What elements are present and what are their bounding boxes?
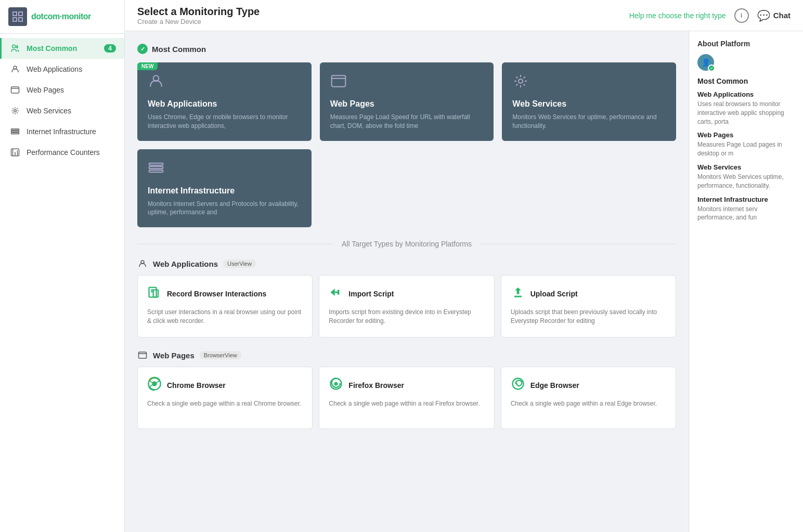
svg-rect-25 <box>331 75 345 86</box>
svg-rect-7 <box>11 87 19 93</box>
platform-web-pages-badge: BrowserView <box>200 351 241 359</box>
platform-web-applications-cards: Record Browser Interactions Script user … <box>137 275 676 338</box>
svg-rect-36 <box>149 166 163 168</box>
card-firefox-browser[interactable]: Firefox Browser Check a single web page … <box>319 367 494 429</box>
page-title: Select a Monitoring Type <box>137 6 260 18</box>
web-applications-card-desc: Uses Chrome, Edge or mobile browsers to … <box>148 113 301 131</box>
upload-script-header: Upload Script <box>511 285 666 303</box>
chat-icon: 💬 <box>757 9 770 22</box>
sidebar-item-web-applications[interactable]: Web Applications <box>0 59 124 80</box>
rp-internet-infrastructure-title: Internet Infrastructure <box>697 196 795 203</box>
most-common-section-header: ✓ Most Common <box>137 44 676 54</box>
platform-web-applications-icon <box>137 258 148 269</box>
import-script-header: Import Script <box>329 285 484 303</box>
import-script-title: Import Script <box>348 290 394 298</box>
sidebar-label-internet-infrastructure: Internet Infrastructure <box>27 127 96 136</box>
card-edge-browser[interactable]: Edge Browser Check a single web page wit… <box>501 367 676 429</box>
svg-line-33 <box>524 76 525 78</box>
chrome-browser-desc: Check a single web page within a real Ch… <box>147 399 303 408</box>
rp-web-pages-text: Measures Page Load pages in desktop or m <box>697 140 795 158</box>
new-badge: NEW <box>137 62 158 70</box>
topbar-title: Select a Monitoring Type Create a New De… <box>137 6 260 25</box>
sidebar: dotcom·monitor Most Common 4 Web Applica… <box>0 0 125 532</box>
card-upload-script[interactable]: Upload Script Uploads script that been p… <box>501 275 676 338</box>
card-chrome-browser[interactable]: Chrome Browser Check a single web page w… <box>137 367 313 429</box>
sidebar-item-web-pages[interactable]: Web Pages <box>0 80 124 100</box>
rp-web-applications-text: Uses real browsers to monitor interactiv… <box>697 100 795 126</box>
web-services-card-title: Web Services <box>512 99 666 109</box>
sidebar-label-web-pages: Web Pages <box>27 86 64 94</box>
most-common-cards-row1: NEW Web Applications Uses Chrome, Edge o… <box>137 62 676 141</box>
sidebar-badge-most-common: 4 <box>104 44 116 53</box>
help-link[interactable]: Help me choose the right type <box>629 11 726 20</box>
divider-label: All Target Types by Monitoring Platforms <box>342 240 472 248</box>
chrome-browser-title: Chrome Browser <box>167 381 226 390</box>
right-panel-check-badge: ✓ <box>708 64 715 72</box>
page-subtitle: Create a New Device <box>137 18 260 25</box>
svg-point-4 <box>12 45 16 48</box>
edge-browser-header: Edge Browser <box>511 377 666 394</box>
rp-web-applications-title: Web Applications <box>697 90 795 98</box>
svg-rect-18 <box>11 131 19 132</box>
firefox-browser-icon <box>329 377 343 394</box>
edge-browser-icon <box>511 377 525 394</box>
card-web-pages[interactable]: Web Pages Measures Page Load Speed for U… <box>320 62 494 141</box>
import-script-icon <box>329 285 343 303</box>
upload-script-icon <box>511 285 525 303</box>
svg-point-51 <box>334 382 338 386</box>
edge-browser-desc: Check a single web page within a real Ed… <box>511 399 666 408</box>
card-web-applications[interactable]: NEW Web Applications Uses Chrome, Edge o… <box>137 62 312 141</box>
right-panel-icon-row: 👤 ✓ <box>697 54 795 71</box>
svg-line-31 <box>516 76 518 78</box>
info-button[interactable]: i <box>734 8 749 23</box>
web-pages-card-title: Web Pages <box>330 99 484 109</box>
firefox-browser-header: Firefox Browser <box>329 377 484 394</box>
sidebar-item-most-common[interactable]: Most Common 4 <box>0 38 124 59</box>
svg-rect-19 <box>11 133 19 134</box>
sidebar-label-most-common: Most Common <box>27 44 77 53</box>
platform-web-pages: Web Pages BrowserView <box>137 350 676 429</box>
most-common-cards-row2: Internet Infrastructure Monitors Interne… <box>137 149 676 228</box>
sidebar-label-performance-counters: Performance Counters <box>27 148 100 157</box>
web-pages-card-desc: Measures Page Load Speed for URL with wa… <box>330 113 484 131</box>
upload-script-title: Upload Script <box>530 290 578 298</box>
web-pages-card-icon <box>330 73 484 93</box>
rp-internet-infrastructure-text: Monitors internet serv performance, and … <box>697 205 795 223</box>
card-web-services[interactable]: Web Services Monitors Web Services for u… <box>502 62 676 141</box>
card-import-script[interactable]: Import Script Imports script from existi… <box>319 275 494 338</box>
svg-rect-1 <box>19 12 22 16</box>
svg-rect-47 <box>139 352 147 358</box>
sidebar-item-web-services[interactable]: Web Services <box>0 100 124 121</box>
chat-button[interactable]: 💬 Chat <box>757 9 791 22</box>
performance-counters-icon <box>10 147 20 158</box>
platform-web-pages-icon <box>137 350 148 360</box>
internet-infrastructure-card-icon <box>148 160 301 180</box>
platforms-divider: All Target Types by Monitoring Platforms <box>137 240 676 248</box>
right-panel-title: About Platform <box>697 40 795 48</box>
svg-line-15 <box>17 108 18 109</box>
platform-web-pages-cards: Chrome Browser Check a single web page w… <box>137 367 676 429</box>
sidebar-nav: Most Common 4 Web Applications Web Pages <box>0 34 124 532</box>
platform-web-applications-title: Web Applications <box>153 259 218 268</box>
logo-icon <box>8 7 27 26</box>
svg-point-8 <box>14 110 17 112</box>
svg-line-32 <box>524 84 525 86</box>
topbar-actions: Help me choose the right type i 💬 Chat <box>629 8 791 23</box>
most-common-check-icon: ✓ <box>137 44 148 54</box>
sidebar-item-performance-counters[interactable]: Performance Counters <box>0 142 124 163</box>
record-browser-header: Record Browser Interactions <box>147 285 303 303</box>
web-services-card-icon <box>512 73 666 93</box>
internet-infrastructure-card-title: Internet Infrastructure <box>148 186 301 196</box>
sidebar-item-internet-infrastructure[interactable]: Internet Infrastructure <box>0 121 124 142</box>
firefox-browser-title: Firefox Browser <box>348 381 404 390</box>
record-browser-title: Record Browser Interactions <box>167 290 266 298</box>
chat-label: Chat <box>773 11 791 20</box>
chrome-browser-icon <box>147 377 162 394</box>
sidebar-label-web-applications: Web Applications <box>27 65 82 73</box>
web-pages-icon <box>10 85 20 95</box>
svg-line-16 <box>12 112 14 113</box>
card-internet-infrastructure[interactable]: Internet Infrastructure Monitors Interne… <box>137 149 312 228</box>
web-applications-icon <box>10 64 20 74</box>
svg-rect-40 <box>153 290 158 297</box>
card-record-browser[interactable]: Record Browser Interactions Script user … <box>137 275 313 338</box>
